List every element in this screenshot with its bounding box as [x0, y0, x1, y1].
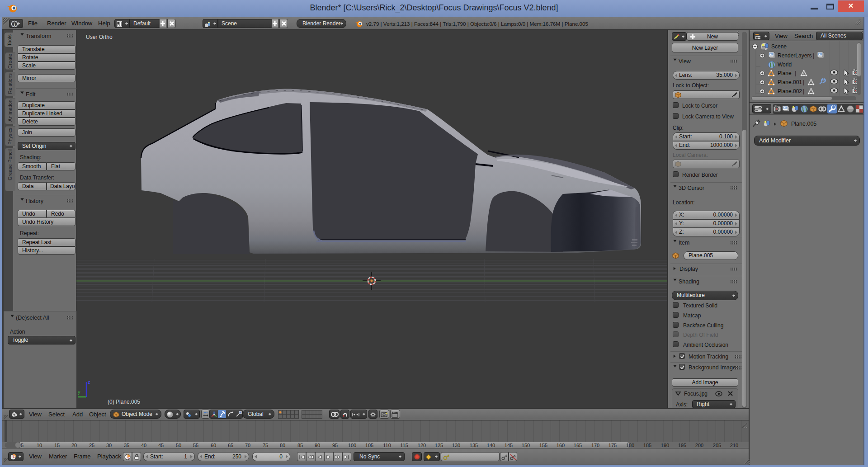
svg-text:y: y: [78, 389, 80, 395]
svg-text:Plane.005: Plane.005: [791, 121, 816, 127]
svg-text:Plane: Plane: [778, 70, 792, 76]
svg-text:World: World: [778, 61, 792, 68]
svg-text:i: i: [14, 22, 15, 27]
svg-text:Plane.002: Plane.002: [778, 88, 802, 94]
svg-text:Scene: Scene: [771, 43, 787, 50]
svg-text:Plane.001: Plane.001: [778, 79, 802, 85]
svg-text:|: |: [813, 52, 814, 59]
svg-text:|: |: [803, 79, 804, 85]
svg-text:|: |: [803, 88, 804, 94]
svg-text:z: z: [88, 379, 90, 385]
svg-text:RenderLayers: RenderLayers: [778, 52, 811, 59]
svg-text:|: |: [795, 70, 796, 76]
